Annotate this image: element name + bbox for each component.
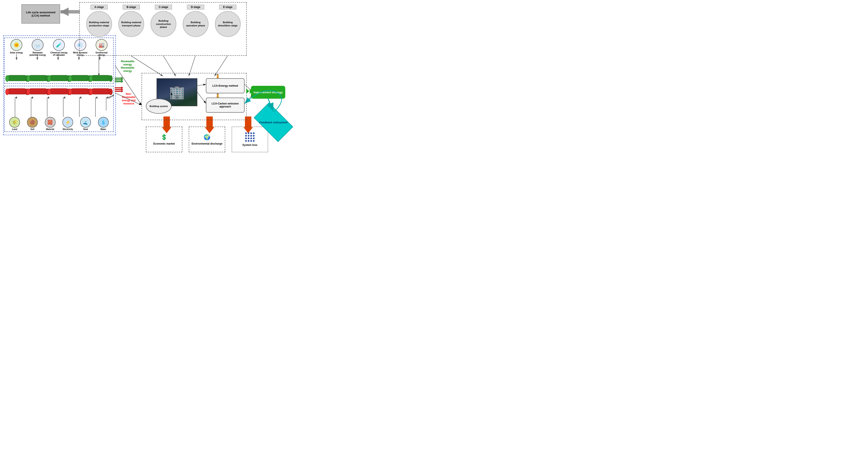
water-item: 💧 Water bbox=[96, 117, 111, 130]
stage-b-circle: Building material transport phase bbox=[118, 11, 144, 37]
renewable-energy-label: Renewable energy Renewableenergy bbox=[117, 60, 138, 72]
environmental-icon: 🌍 bbox=[204, 134, 210, 141]
red-cyl-5 bbox=[91, 88, 111, 94]
heat-item: 🌊 Heat bbox=[78, 117, 93, 130]
red-arr-3 bbox=[115, 91, 123, 92]
soil-icon: 🟤 bbox=[27, 117, 38, 128]
rainwater-energy-item: 🌧️ Rainwater potential energy bbox=[28, 39, 47, 56]
system-loss-box: System loss bbox=[231, 126, 268, 152]
cylinder-3 bbox=[49, 75, 69, 81]
stages-container: A-stage Building material production sta… bbox=[80, 2, 247, 56]
main-content-box bbox=[142, 73, 247, 120]
land-label: Land bbox=[12, 128, 17, 130]
chevron-2 bbox=[250, 89, 253, 94]
stage-b-label: B-stage bbox=[123, 5, 140, 9]
solar-label: Solar energy bbox=[10, 52, 23, 54]
stage-d: D-stage Building operation phase bbox=[181, 5, 211, 37]
cylinder-4 bbox=[70, 75, 90, 81]
stage-c-label: C-stage bbox=[155, 5, 172, 9]
lca-box: Life cycle assessment (LCA) method bbox=[22, 4, 60, 24]
land-icon: 🌾 bbox=[9, 117, 20, 128]
electricity-icon: ⚡ bbox=[62, 117, 73, 128]
svg-rect-5 bbox=[60, 10, 80, 13]
stage-a-circle: Building material production stage bbox=[86, 11, 112, 37]
green-cylinder-row bbox=[7, 75, 111, 81]
stage-e-label: E-stage bbox=[219, 5, 236, 9]
stage-a: A-stage Building material production sta… bbox=[84, 5, 114, 37]
red-cyl-3 bbox=[49, 88, 69, 94]
stage-a-label: A-stage bbox=[91, 5, 108, 9]
red-cyl-4 bbox=[70, 88, 90, 94]
system-loss-label: System loss bbox=[242, 144, 257, 147]
resource-icon-row: 🌾 Land 🟤 Soil 🧱 Material ⚡ Electricity 🌊… bbox=[6, 117, 112, 130]
electricity-label: Electricity bbox=[63, 128, 73, 130]
water-label: Water bbox=[100, 128, 106, 130]
rainwater-icon: 🌧️ bbox=[32, 39, 43, 51]
nonrenewable-box: 🌾 Land 🟤 Soil 🧱 Material ⚡ Electricity 🌊… bbox=[4, 86, 114, 132]
soil-label: Soil bbox=[30, 128, 34, 130]
chevron-1 bbox=[246, 89, 249, 94]
svg-marker-4 bbox=[60, 7, 69, 16]
green-arr-3 bbox=[115, 81, 123, 82]
heat-icon: 🌊 bbox=[80, 117, 91, 128]
cylinder-1 bbox=[7, 75, 27, 81]
system-loss-dots bbox=[245, 132, 255, 142]
material-item: 🧱 Material bbox=[43, 117, 58, 130]
stage-e-circle: Building demolition stage bbox=[215, 11, 241, 37]
cylinder-5 bbox=[91, 75, 111, 81]
stage-c-circle: Building construction phase bbox=[151, 11, 176, 37]
stage-b: B-stage Building material transport phas… bbox=[116, 5, 146, 37]
improvement-label: Improvement strategy bbox=[253, 91, 283, 94]
red-cyl-2 bbox=[28, 88, 49, 94]
material-icon: 🧱 bbox=[45, 117, 56, 128]
environmental-label: Environmental discharge bbox=[191, 142, 222, 145]
material-label: Material bbox=[46, 128, 54, 130]
improvement-arrows bbox=[246, 89, 253, 94]
lca-title: Life cycle assessment (LCA) method bbox=[22, 11, 60, 17]
red-cylinder-row bbox=[7, 88, 111, 94]
cylinder-2 bbox=[28, 75, 49, 81]
stage-d-circle: Building operation phase bbox=[183, 11, 209, 37]
electricity-item: ⚡ Electricity bbox=[60, 117, 75, 130]
stage-d-label: D-stage bbox=[187, 5, 204, 9]
solar-icon: 🌞 bbox=[10, 39, 22, 51]
improvement-strategy-box: Improvement strategy bbox=[251, 86, 285, 99]
chemical-icon: 🧪 bbox=[53, 39, 65, 51]
economic-icon: 💲 bbox=[161, 134, 167, 141]
heat-label: Heat bbox=[83, 128, 88, 130]
water-icon: 💧 bbox=[98, 117, 109, 128]
nonrenewable-label: Non-Renewableenergy andresource bbox=[117, 92, 141, 105]
red-output-arrows bbox=[115, 87, 123, 92]
environmental-discharge-box: 🌍 Environmental discharge bbox=[189, 126, 225, 152]
solar-energy-item: 🌞 Solar energy bbox=[7, 39, 26, 54]
economic-label: Economic market bbox=[153, 142, 175, 145]
land-item: 🌾 Land bbox=[7, 117, 22, 130]
chemical-energy-item: 🧪 Chemical energy of rainwater bbox=[50, 39, 68, 56]
green-output-arrows bbox=[115, 78, 123, 82]
stage-e: E-stage Building demolition stage bbox=[213, 5, 243, 37]
stage-c: C-stage Building construction phase bbox=[148, 5, 179, 37]
red-cyl-1 bbox=[7, 88, 27, 94]
economic-market-box: 💲 Economic market bbox=[146, 126, 182, 152]
soil-item: 🟤 Soil bbox=[25, 117, 40, 130]
